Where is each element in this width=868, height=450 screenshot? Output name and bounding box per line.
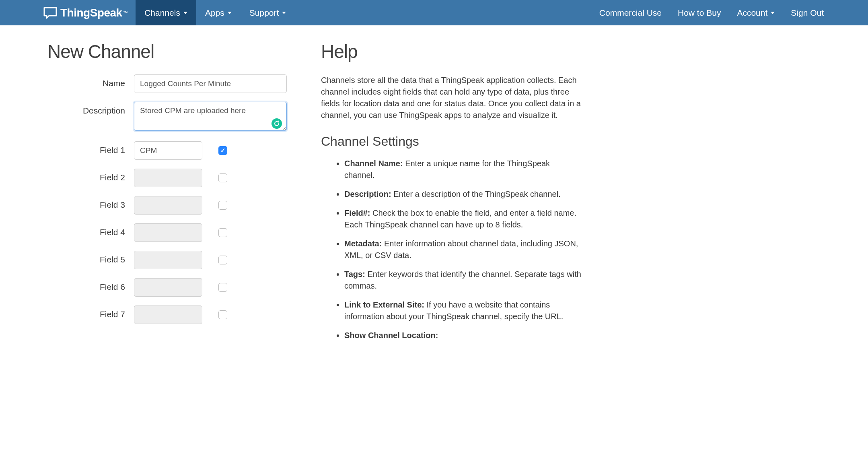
settings-item-1: Description: Enter a description of the … bbox=[344, 188, 582, 200]
help-subtitle: Channel Settings bbox=[321, 134, 582, 149]
help-intro: Channels store all the data that a Thing… bbox=[321, 74, 582, 121]
field-label-7: Field 7 bbox=[47, 306, 134, 319]
field-row-3: Field 3 bbox=[47, 196, 289, 215]
nav-item-how-to-buy[interactable]: How to Buy bbox=[670, 0, 729, 25]
brand-logo[interactable]: ThingSpeak™ bbox=[43, 6, 128, 19]
speech-bubble-icon bbox=[43, 7, 57, 19]
field-row-4: Field 4 bbox=[47, 223, 289, 242]
field-input-2[interactable] bbox=[134, 169, 202, 187]
grammarly-icon[interactable] bbox=[272, 118, 282, 129]
field-input-5[interactable] bbox=[134, 251, 202, 269]
settings-item-2: Field#: Check the box to enable the fiel… bbox=[344, 207, 582, 231]
chevron-down-icon bbox=[183, 12, 187, 14]
field-row-5: Field 5 bbox=[47, 251, 289, 269]
field-row-2: Field 2 bbox=[47, 169, 289, 187]
chevron-down-icon bbox=[282, 12, 286, 14]
trademark-symbol: ™ bbox=[123, 10, 128, 16]
field-label-3: Field 3 bbox=[47, 196, 134, 210]
field-checkbox-4[interactable] bbox=[218, 228, 227, 237]
field-input-4[interactable] bbox=[134, 223, 202, 242]
field-checkbox-7[interactable] bbox=[218, 310, 227, 319]
field-input-3[interactable] bbox=[134, 196, 202, 215]
nav-item-apps[interactable]: Apps bbox=[196, 0, 241, 25]
settings-item-3: Metadata: Enter information about channe… bbox=[344, 238, 582, 261]
description-input[interactable] bbox=[134, 102, 287, 131]
field-label-2: Field 2 bbox=[47, 169, 134, 182]
page-title: New Channel bbox=[47, 41, 289, 62]
field-input-6[interactable] bbox=[134, 278, 202, 297]
nav-item-channels[interactable]: Channels bbox=[136, 0, 196, 25]
name-input[interactable] bbox=[134, 74, 287, 93]
settings-item-4: Tags: Enter keywords that identify the c… bbox=[344, 268, 582, 292]
nav-item-commercial-use[interactable]: Commercial Use bbox=[591, 0, 670, 25]
settings-list: Channel Name: Enter a unique name for th… bbox=[321, 158, 582, 341]
nav-left: ChannelsAppsSupport bbox=[136, 0, 591, 25]
field-input-1[interactable] bbox=[134, 141, 202, 160]
field-row-1: Field 1 bbox=[47, 141, 289, 160]
nav-item-support[interactable]: Support bbox=[241, 0, 295, 25]
settings-item-5: Link to External Site: If you have a web… bbox=[344, 299, 582, 322]
field-label-6: Field 6 bbox=[47, 278, 134, 292]
field-row-6: Field 6 bbox=[47, 278, 289, 297]
help-title: Help bbox=[321, 41, 582, 62]
nav-item-account[interactable]: Account bbox=[729, 0, 783, 25]
field-checkbox-6[interactable] bbox=[218, 283, 227, 292]
brand-text: ThingSpeak bbox=[60, 6, 122, 19]
field-input-7[interactable] bbox=[134, 306, 202, 324]
field-label-1: Field 1 bbox=[47, 141, 134, 155]
field-checkbox-3[interactable] bbox=[218, 201, 227, 210]
field-checkbox-5[interactable] bbox=[218, 256, 227, 264]
navbar: ThingSpeak™ ChannelsAppsSupport Commerci… bbox=[0, 0, 868, 25]
field-label-5: Field 5 bbox=[47, 251, 134, 264]
chevron-down-icon bbox=[771, 12, 775, 14]
field-row-7: Field 7 bbox=[47, 306, 289, 324]
field-checkbox-1[interactable] bbox=[218, 146, 227, 155]
field-checkbox-2[interactable] bbox=[218, 173, 227, 182]
nav-item-sign-out[interactable]: Sign Out bbox=[783, 0, 832, 25]
settings-item-0: Channel Name: Enter a unique name for th… bbox=[344, 158, 582, 181]
nav-right: Commercial UseHow to BuyAccountSign Out bbox=[591, 0, 868, 25]
chevron-down-icon bbox=[228, 12, 232, 14]
description-label: Description bbox=[47, 102, 134, 116]
settings-item-6: Show Channel Location: bbox=[344, 330, 582, 341]
field-label-4: Field 4 bbox=[47, 223, 134, 237]
name-label: Name bbox=[47, 74, 134, 88]
